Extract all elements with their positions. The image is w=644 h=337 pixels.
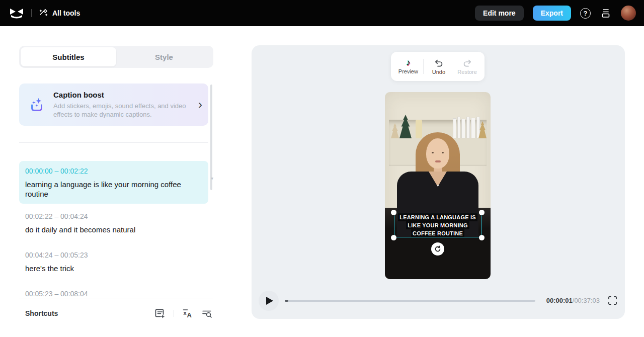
presenter-necklace xyxy=(437,185,439,186)
book xyxy=(466,117,470,138)
decor-candle xyxy=(416,120,422,138)
shortcuts-label: Shortcuts xyxy=(25,309,58,317)
list-bottom-divider xyxy=(19,298,213,298)
selection-handle-top-left[interactable] xyxy=(391,210,396,215)
capcut-logo-icon[interactable] xyxy=(9,7,24,19)
restore-label: Restore xyxy=(457,69,477,75)
edit-more-button[interactable]: Edit more xyxy=(475,6,524,21)
subtitles-sidebar: Subtitles Style Caption boost Add sticke… xyxy=(19,46,213,325)
toolbar-divider xyxy=(423,59,424,74)
magic-wand-icon xyxy=(39,9,48,18)
fullscreen-button[interactable] xyxy=(608,296,617,307)
subtitle-list: 00:00:00 – 00:02:22 learning a language … xyxy=(19,161,213,298)
restore-icon xyxy=(463,58,472,67)
play-icon xyxy=(266,297,273,305)
presenter-eye xyxy=(442,152,444,153)
undo-icon xyxy=(434,58,443,67)
caption-boost-title: Caption boost xyxy=(53,91,190,99)
rotate-handle[interactable] xyxy=(431,242,444,256)
preview-toolbar: ♪ Preview Undo Restore xyxy=(391,52,485,81)
user-avatar[interactable] xyxy=(621,6,636,21)
total-time: 00:37:03 xyxy=(574,297,600,304)
subtitle-timestamp: 00:05:23 – 00:08:04 xyxy=(25,290,202,298)
subtitle-timestamp: 00:00:00 – 00:02:22 xyxy=(25,167,202,175)
undo-button[interactable]: Undo xyxy=(425,58,452,75)
svg-text:A: A xyxy=(187,311,192,319)
translate-icon[interactable]: x A xyxy=(182,308,193,319)
time-display: 00:00:01/00:37:03 xyxy=(546,297,600,304)
play-button[interactable] xyxy=(259,291,279,311)
shortcuts-icons: x A xyxy=(154,308,212,319)
selection-handle-bottom-right[interactable] xyxy=(479,235,485,240)
topbar-right: Edit more Export ? xyxy=(475,6,636,21)
tab-subtitles-label: Subtitles xyxy=(52,53,84,61)
subtitle-timestamp: 00:04:24 – 00:05:23 xyxy=(25,251,202,259)
tiktok-icon: ♪ xyxy=(406,58,411,67)
book xyxy=(453,118,456,138)
all-tools-button[interactable]: All tools xyxy=(39,9,80,18)
selection-handle-bottom-left[interactable] xyxy=(391,235,396,240)
chevron-right-icon: › xyxy=(198,99,202,111)
rotate-icon xyxy=(434,245,441,252)
subtitle-row-clipped[interactable]: 00:05:23 – 00:08:04 xyxy=(19,290,208,298)
help-icon[interactable]: ? xyxy=(580,8,591,19)
progress-track[interactable] xyxy=(285,300,535,302)
capcut-app: All tools Edit more Export ? Subtitles S… xyxy=(0,0,644,337)
caption-boost-text: Caption boost Add stickers, emojis, soun… xyxy=(53,91,190,119)
tab-style-label: Style xyxy=(155,53,173,61)
presenter-face xyxy=(426,138,449,168)
sidebar-tab-bar: Subtitles Style xyxy=(19,46,213,68)
search-subtitles-icon[interactable] xyxy=(201,308,212,319)
shortcuts-icon-divider xyxy=(174,310,174,317)
book xyxy=(457,117,460,138)
current-time: 00:00:01 xyxy=(546,297,573,304)
book xyxy=(471,118,475,138)
undo-label: Undo xyxy=(432,69,445,75)
subtitle-text: here's the trick xyxy=(25,264,202,273)
shortcuts-bar: Shortcuts x A xyxy=(19,303,213,323)
caption-boost-description: Add stickers, emojis, sound effects, and… xyxy=(53,102,190,119)
caption-boost-card[interactable]: Caption boost Add stickers, emojis, soun… xyxy=(19,83,208,126)
presenter-eye xyxy=(432,152,434,153)
presenter-mouth xyxy=(435,160,441,162)
all-tools-label: All tools xyxy=(52,9,80,17)
subtitle-timestamp: 00:02:22 – 00:04:24 xyxy=(25,212,202,220)
caption-boost-sparkle-icon xyxy=(28,96,45,114)
tab-subtitles[interactable]: Subtitles xyxy=(21,47,116,66)
subtitle-row[interactable]: 00:04:24 – 00:05:23 here's the trick xyxy=(19,251,208,273)
video-canvas[interactable]: LEARNING A LANGUAGE IS LIKE YOUR MORNING… xyxy=(385,92,491,279)
selection-handle-top-right[interactable] xyxy=(479,210,485,215)
tab-style[interactable]: Style xyxy=(116,47,212,66)
subtitle-text: learning a language is like your morning… xyxy=(25,180,202,199)
scroll-down-indicator: ▾ xyxy=(211,176,213,181)
topbar: All tools Edit more Export ? xyxy=(0,0,644,26)
caption-selection-box[interactable] xyxy=(394,213,481,237)
preview-panel: ♪ Preview Undo Restore xyxy=(252,45,625,319)
tiktok-preview-button[interactable]: ♪ Preview xyxy=(394,58,422,74)
subtitle-text: do it daily and it becomes natural xyxy=(25,225,202,234)
subtitle-row[interactable]: 00:02:22 – 00:04:24 do it daily and it b… xyxy=(19,212,208,234)
add-subtitle-icon[interactable] xyxy=(154,308,166,319)
topbar-divider xyxy=(31,9,32,17)
subtitle-row-active[interactable]: 00:00:00 – 00:02:22 learning a language … xyxy=(19,161,208,204)
restore-button[interactable]: Restore xyxy=(454,58,481,75)
book xyxy=(461,119,465,138)
progress-fill xyxy=(285,300,288,302)
svg-text:x: x xyxy=(184,310,187,316)
sidebar-divider xyxy=(19,142,208,143)
topbar-left: All tools xyxy=(9,7,80,19)
tasks-drawer-icon[interactable] xyxy=(600,7,612,19)
fullscreen-icon xyxy=(608,296,617,305)
export-button[interactable]: Export xyxy=(533,6,571,21)
preview-label: Preview xyxy=(398,68,418,74)
decor-books xyxy=(453,117,480,138)
